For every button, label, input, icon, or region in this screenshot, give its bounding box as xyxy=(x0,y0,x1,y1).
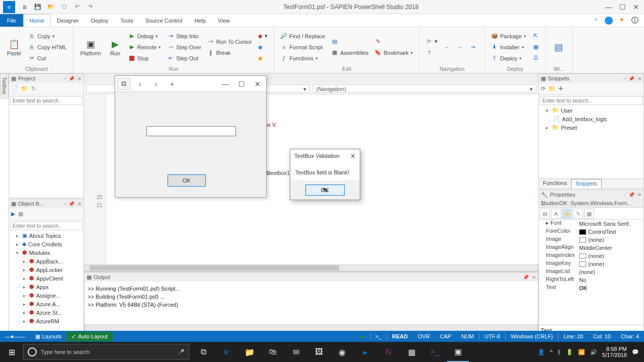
panel-pin-icon[interactable]: 📌 xyxy=(68,76,74,81)
form-back-icon[interactable]: ‹ xyxy=(133,78,146,90)
tree-item[interactable]: ▸⬢Appx xyxy=(9,283,84,291)
encoding-status[interactable]: UTF-8 xyxy=(479,333,505,340)
open-folder-icon[interactable]: 📂 xyxy=(46,3,55,12)
clock-date[interactable]: 5/17/2018 xyxy=(602,352,627,358)
folder-icon[interactable]: 📁 xyxy=(548,85,555,92)
tree-item[interactable]: ▸⬢AppvClient xyxy=(9,274,84,283)
breakpoint-red-icon[interactable]: ●▾ xyxy=(256,31,270,41)
vscode-icon[interactable]: ▸ xyxy=(354,342,376,362)
snippets-panel-tab[interactable]: Snippets xyxy=(571,179,602,189)
home-tab[interactable]: Home xyxy=(23,14,51,27)
alpha-icon[interactable]: A xyxy=(551,209,561,219)
snippet-search-input[interactable] xyxy=(540,96,642,105)
volume-icon[interactable]: 🔊 xyxy=(590,349,597,355)
step-over-button[interactable]: ⤻Step Over xyxy=(165,42,203,52)
tree-item[interactable]: ▾📁User xyxy=(539,106,643,115)
eol-status[interactable]: Windows (CRLF) xyxy=(506,333,558,340)
grid-button[interactable]: ▦ xyxy=(530,42,541,52)
debug-button[interactable]: ▶Debug xyxy=(126,31,164,41)
break-button[interactable]: ‖Break xyxy=(205,48,254,58)
panel-close-icon[interactable]: ✕ xyxy=(77,76,82,81)
add-file-icon[interactable]: 📄 xyxy=(11,85,18,92)
panel-toggle-button[interactable]: ▤ xyxy=(329,37,370,47)
tree-item[interactable]: ▸⬢AppLocker xyxy=(9,265,84,274)
deploy-tab[interactable]: Deploy xyxy=(85,14,114,27)
ps-icon[interactable]: ▶ xyxy=(11,211,15,217)
chrome-icon[interactable]: ◉ xyxy=(331,342,353,362)
assemblies-button[interactable]: ▦Assemblies xyxy=(329,48,370,58)
step-into-button[interactable]: ⇥Step Into xyxy=(165,31,203,41)
package-button[interactable]: 📦Package xyxy=(489,31,528,41)
nav-forward-button[interactable]: → xyxy=(455,42,466,52)
cut-button[interactable]: ✂Cut xyxy=(26,53,69,63)
panel-close-icon[interactable]: ✕ xyxy=(77,201,82,207)
toolbox-tab[interactable]: Toolbox xyxy=(0,73,9,99)
props-selector-combo[interactable]: $buttonOK: System.Windows.Form... xyxy=(539,199,643,208)
nav-refresh-button[interactable]: ⟳▾ xyxy=(424,37,440,47)
export-button[interactable]: ⇱ xyxy=(530,31,541,41)
functions-button[interactable]: ƒFunctions xyxy=(278,53,327,63)
tree-item[interactable]: ▸⬢Azure.St... xyxy=(9,308,84,317)
run-button[interactable]: ▶Run xyxy=(106,29,124,65)
panel-pin-icon[interactable]: 📌 xyxy=(68,201,74,207)
tray-chevron-icon[interactable]: ^ xyxy=(550,349,552,355)
grid-icon[interactable]: ▦ xyxy=(18,211,23,217)
form-tabs-icon[interactable]: ⧉ xyxy=(117,78,130,90)
nav-question-button[interactable]: ? xyxy=(424,48,440,58)
battery-icon[interactable]: 🔋 xyxy=(566,349,573,355)
tree-item[interactable]: ▸◆Core Cmdlets xyxy=(9,240,84,248)
remote-button[interactable]: ▶Remote xyxy=(126,42,164,52)
copy-button[interactable]: ⎘Copy xyxy=(26,31,69,41)
tree-item[interactable]: ▸⬢AzureRM xyxy=(9,317,84,325)
add-folder-icon[interactable]: 📁 xyxy=(21,85,28,92)
tree-item[interactable]: ▸▣About Topics xyxy=(9,231,84,240)
step-out-button[interactable]: ⇤Step Out xyxy=(165,53,203,63)
redo-icon[interactable]: ↷ xyxy=(86,3,95,12)
panel-float-icon[interactable]: ▫ xyxy=(623,76,625,81)
maximize-icon[interactable]: ☐ xyxy=(619,3,626,11)
eraser-button[interactable]: ✎ xyxy=(372,37,415,47)
installer-button[interactable]: ⬇Installer xyxy=(489,42,528,52)
undo-icon[interactable]: ↶ xyxy=(72,3,82,12)
platform-button[interactable]: ▣Platform xyxy=(77,29,104,65)
wifi-icon[interactable]: 📶 xyxy=(578,349,585,355)
powershell-icon[interactable]: >_ xyxy=(424,342,446,362)
task-view-icon[interactable]: ⧉ xyxy=(192,342,214,362)
panel-close-icon[interactable]: ✕ xyxy=(637,76,641,81)
form-maximize-icon[interactable]: ☐ xyxy=(235,78,248,90)
minimize-icon[interactable]: — xyxy=(605,3,612,11)
panel-float-icon[interactable]: ▫ xyxy=(63,76,65,81)
run-status-icon[interactable]: ▶ xyxy=(356,333,370,340)
panel-float-icon[interactable]: ▫ xyxy=(623,192,625,198)
notifications-icon[interactable]: 💬 xyxy=(632,349,639,355)
flag-icon[interactable]: ⚑ xyxy=(618,17,626,25)
tree-item[interactable]: 📄Add_textbox_logic xyxy=(539,115,643,123)
horizontal-scrollbar[interactable] xyxy=(84,264,538,272)
mic-icon[interactable]: 🎤 xyxy=(178,349,185,355)
new-file-icon[interactable]: 🗎 xyxy=(20,3,29,12)
panel-pin-icon[interactable]: 📌 xyxy=(628,76,634,81)
bookmark-button[interactable]: 🔖Bookmark xyxy=(372,48,415,58)
tools-tab[interactable]: Tools xyxy=(114,14,139,27)
ok-button[interactable]: OK xyxy=(168,174,206,187)
edge-icon[interactable]: e xyxy=(215,342,237,362)
panel-close-icon[interactable]: ✕ xyxy=(637,192,641,198)
nav-back-button[interactable]: ← xyxy=(442,42,453,52)
run-to-cursor-button[interactable]: ⇢Run To Cursor xyxy=(205,37,254,47)
tree-item[interactable]: ▸⬢Assigne... xyxy=(9,291,84,300)
people-icon[interactable]: 👤 xyxy=(538,349,545,355)
object-search-input[interactable] xyxy=(10,221,83,230)
explorer-icon[interactable]: 📁 xyxy=(238,342,261,362)
panel-pin-icon[interactable]: 📌 xyxy=(628,192,634,198)
textbox1[interactable] xyxy=(146,126,236,136)
format-script-button[interactable]: ≡Format Script xyxy=(278,42,327,52)
designer-tab[interactable]: Designer xyxy=(51,14,85,27)
info-icon[interactable]: ⓘ xyxy=(631,17,639,25)
help-tab[interactable]: Help xyxy=(188,14,212,27)
mail-icon[interactable]: ✉ xyxy=(285,342,307,362)
app-icon[interactable]: ▦ xyxy=(400,342,423,362)
find-replace-button[interactable]: 🔎Find / Replace xyxy=(278,31,327,41)
zoom-slider[interactable]: —●—— xyxy=(0,333,30,339)
stop-button[interactable]: Stop xyxy=(126,53,164,63)
props-icon[interactable]: ✎ xyxy=(573,209,583,219)
